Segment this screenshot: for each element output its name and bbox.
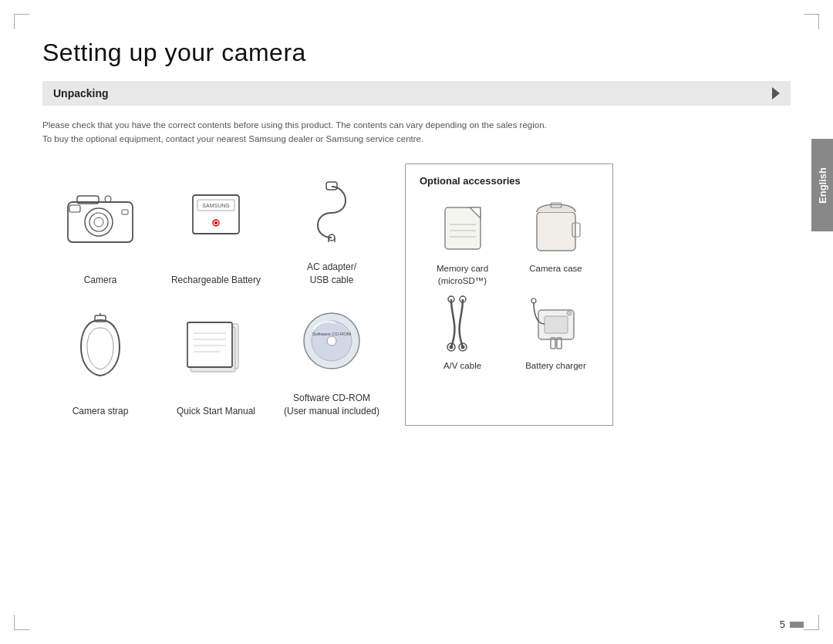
corner-mark-tl — [14, 14, 29, 29]
svg-point-3 — [94, 217, 103, 227]
opt-charger: Battery charger — [513, 295, 599, 372]
description-line2: To buy the optional equipment, contact y… — [42, 134, 423, 143]
page-number-area: 5 — [780, 619, 804, 630]
opt-avcable: A/V cable — [420, 295, 505, 372]
main-content: Setting up your camera Unpacking Please … — [42, 39, 791, 613]
item-battery-label: Rechargeable Battery — [171, 274, 261, 287]
svg-point-6 — [105, 196, 111, 202]
svg-point-2 — [89, 213, 108, 231]
item-ac-adapter-label: AC adapter/USB cable — [307, 261, 356, 287]
svg-text:SAMSUNG: SAMSUNG — [202, 203, 229, 208]
optional-accessories-box: Optional accessories — [405, 164, 613, 426]
item-strap-label: Camera strap — [73, 405, 129, 418]
camera-illustration — [42, 164, 158, 269]
opt-charger-label: Battery charger — [525, 359, 586, 372]
item-camera: Camera — [42, 164, 158, 295]
section-header-title: Unpacking — [53, 87, 109, 99]
section-header: Unpacking — [42, 81, 791, 106]
svg-rect-8 — [193, 195, 239, 234]
manual-illustration — [158, 295, 274, 400]
battery-illustration: SAMSUNG — [158, 164, 274, 269]
svg-point-43 — [460, 345, 464, 349]
svg-point-46 — [567, 311, 572, 315]
svg-rect-21 — [187, 322, 232, 367]
svg-text:Software CD-ROM: Software CD-ROM — [312, 332, 351, 336]
page-container: English 5 Setting up your camera Unpacki… — [0, 0, 833, 644]
opt-avcable-label: A/V cable — [443, 359, 481, 372]
item-cdrom-label: Software CD-ROM(User manual included) — [284, 392, 379, 418]
page-title: Setting up your camera — [42, 39, 791, 67]
opt-cameracase-label: Camera case — [529, 262, 582, 275]
item-manual-label: Quick Start Manual — [177, 405, 255, 418]
item-manual: Quick Start Manual — [158, 295, 274, 426]
opt-memcard-label: Memory card(microSD™) — [437, 262, 488, 287]
corner-mark-br — [804, 615, 819, 630]
item-battery: SAMSUNG Rechargeable Battery — [158, 164, 274, 295]
item-strap: Camera strap — [42, 295, 158, 426]
svg-point-42 — [449, 345, 453, 349]
ac-adapter-illustration — [274, 164, 390, 256]
page-bar — [790, 622, 804, 628]
charger-illustration — [525, 295, 587, 356]
optional-title: Optional accessories — [420, 175, 599, 187]
arrow-right-icon — [772, 87, 780, 99]
items-grid: Camera SAMSUNG — [42, 164, 390, 426]
svg-point-12 — [214, 221, 218, 224]
corner-mark-bl — [14, 615, 29, 630]
item-ac-adapter: AC adapter/USB cable — [274, 164, 390, 295]
english-tab: English — [811, 139, 833, 231]
svg-rect-7 — [122, 210, 128, 214]
description-line1: Please check that you have the correct c… — [42, 120, 547, 130]
cdrom-illustration: Software CD-ROM — [274, 295, 390, 387]
opt-cameracase: Camera case — [513, 197, 599, 287]
svg-point-28 — [327, 336, 336, 346]
english-label: English — [817, 167, 828, 204]
avcable-illustration — [432, 295, 494, 356]
description: Please check that you have the correct c… — [42, 118, 582, 147]
item-cdrom: Software CD-ROM Software CD-ROM(User man… — [274, 295, 390, 426]
svg-rect-45 — [545, 316, 568, 333]
item-camera-label: Camera — [84, 274, 117, 287]
svg-rect-35 — [537, 212, 575, 251]
cameracase-illustration — [525, 197, 587, 259]
page-number: 5 — [780, 619, 785, 630]
strap-illustration — [42, 295, 158, 400]
memcard-illustration — [432, 197, 494, 259]
corner-mark-tr — [804, 14, 819, 29]
items-area: Camera SAMSUNG — [42, 164, 791, 426]
optional-grid: Memory card(microSD™) — [420, 197, 599, 372]
svg-rect-5 — [69, 205, 80, 212]
opt-memcard: Memory card(microSD™) — [420, 197, 505, 287]
